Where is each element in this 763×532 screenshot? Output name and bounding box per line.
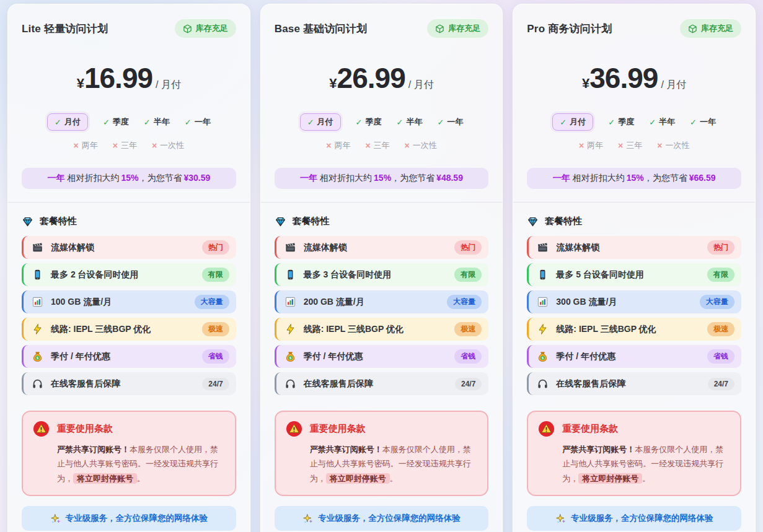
discount-text: ，为您节省	[138, 173, 182, 183]
currency-symbol: ¥	[582, 76, 589, 91]
period-option-one-time-disabled: × 一次性	[152, 140, 184, 151]
headphones-icon	[32, 378, 43, 390]
feature-row-devices: 最多 3 台设备同时使用 有限	[275, 263, 489, 286]
feature-label: 300 GB 流量/月	[556, 297, 692, 308]
lightning-icon	[284, 323, 296, 335]
alert-triangle-icon	[286, 421, 302, 437]
period-option-yearly[interactable]: ✓ 一年	[185, 116, 211, 128]
period-option-monthly-selected[interactable]: ✓ 月付	[300, 113, 341, 131]
lightning-icon	[537, 323, 549, 335]
feature-label: 流媒体解锁	[304, 242, 448, 253]
feature-row-streaming: 流媒体解锁 热门	[275, 236, 489, 259]
period-label: 三年	[626, 140, 642, 151]
cross-icon: ×	[152, 141, 157, 150]
check-icon: ✓	[356, 118, 363, 127]
features-title-label: 套餐特性	[40, 216, 77, 227]
billing-period-options: ✓ 月付 ✓ 季度 ✓ 半年 ✓ 一年 × 两年	[527, 113, 741, 151]
money-bag-icon: $	[32, 351, 43, 362]
currency-symbol: ¥	[329, 76, 337, 91]
terms-warning-box: 重要使用条款 严禁共享订阅账号！本服务仅限个人使用，禁止与他人共享账号密码。一经…	[527, 411, 741, 496]
warning-body: 严禁共享订阅账号！本服务仅限个人使用，禁止与他人共享账号密码。一经发现违规共享行…	[57, 442, 225, 486]
package-cube-icon	[435, 24, 444, 33]
period-label: 半年	[659, 116, 675, 128]
cross-icon: ×	[365, 141, 370, 150]
feature-label: 线路: IEPL 三线BGP 优化	[304, 324, 448, 335]
period-option-half-year[interactable]: ✓ 半年	[144, 116, 170, 128]
plan-title: Pro 商务访问计划	[527, 22, 612, 36]
feature-badge: 极速	[454, 322, 482, 336]
feature-row-route: 线路: IEPL 三线BGP 优化 极速	[527, 318, 741, 341]
feature-row-data: 100 GB 流量/月 大容量	[22, 290, 236, 313]
feature-label: 100 GB 流量/月	[51, 297, 187, 308]
package-cube-icon	[183, 24, 192, 33]
check-icon: ✓	[307, 118, 314, 127]
service-footer-label: 专业级服务，全方位保障您的网络体验	[318, 513, 461, 524]
feature-label: 流媒体解锁	[51, 242, 195, 253]
available-periods-row: ✓ 月付 ✓ 季度 ✓ 半年 ✓ 一年	[275, 113, 489, 131]
cross-icon: ×	[579, 141, 584, 150]
feature-badge: 大容量	[700, 295, 734, 309]
feature-label: 线路: IEPL 三线BGP 优化	[556, 324, 700, 335]
period-label: 一年	[447, 116, 463, 128]
bar-chart-icon	[537, 296, 549, 308]
check-icon: ✓	[560, 118, 567, 127]
alert-triangle-icon	[538, 421, 555, 437]
check-icon: ✓	[103, 118, 110, 127]
service-footer-label: 专业级服务，全方位保障您的网络体验	[66, 513, 208, 524]
alert-triangle-icon	[33, 421, 50, 437]
period-option-monthly-selected[interactable]: ✓ 月付	[552, 113, 593, 131]
plan-title: Lite 轻量访问计划	[22, 22, 108, 36]
feature-row-streaming: 流媒体解锁 热门	[22, 236, 236, 259]
period-label: 一次性	[160, 140, 184, 151]
billing-period-options: ✓ 月付 ✓ 季度 ✓ 半年 ✓ 一年 × 两年	[22, 113, 236, 151]
period-option-half-year[interactable]: ✓ 半年	[649, 116, 675, 128]
feature-row-devices: 最多 2 台设备同时使用 有限	[22, 263, 236, 286]
plan-header: Lite 轻量访问计划 库存充足	[22, 19, 236, 38]
period-option-monthly-selected[interactable]: ✓ 月付	[47, 113, 88, 131]
available-periods-row: ✓ 月付 ✓ 季度 ✓ 半年 ✓ 一年	[22, 113, 236, 131]
warning-highlight: 将立即封停账号	[73, 473, 137, 484]
feature-badge: 极速	[202, 322, 229, 336]
period-option-yearly[interactable]: ✓ 一年	[437, 116, 463, 128]
check-icon: ✓	[396, 118, 403, 127]
price-amount: 16.99	[84, 62, 152, 94]
plan-card: Lite 轻量访问计划 库存充足 ¥16.99/ 月付 ✓ 月付 ✓ 季	[7, 4, 250, 532]
discount-banner: 一年相对折扣大约15%，为您节省¥66.59	[527, 168, 741, 189]
warning-header: 重要使用条款	[538, 421, 730, 437]
features-section-title: 套餐特性	[275, 216, 489, 227]
period-option-quarterly[interactable]: ✓ 季度	[356, 116, 382, 128]
package-cube-icon	[688, 24, 697, 33]
feature-label: 最多 5 台设备同时使用	[556, 269, 700, 281]
feature-label: 在线客服售后保障	[304, 378, 448, 390]
feature-badge: 热门	[202, 240, 229, 255]
period-option-yearly[interactable]: ✓ 一年	[690, 116, 716, 128]
feature-row-discounts: $ 季付 / 年付优惠 省钱	[275, 345, 489, 368]
stock-badge-label: 库存充足	[196, 23, 228, 34]
feature-label: 流媒体解锁	[556, 242, 700, 253]
feature-row-route: 线路: IEPL 三线BGP 优化 极速	[275, 318, 489, 341]
service-footer: 专业级服务，全方位保障您的网络体验	[22, 506, 236, 531]
stock-badge: 库存充足	[427, 19, 488, 38]
discount-term: 一年	[553, 173, 570, 183]
discount-percent: 15%	[627, 173, 644, 183]
warning-end: 。	[642, 474, 650, 483]
discount-term: 一年	[47, 173, 64, 183]
stock-badge-label: 库存充足	[701, 23, 733, 34]
features-section-title: 套餐特性	[22, 216, 236, 227]
feature-badge: 24/7	[455, 378, 482, 390]
feature-row-data: 300 GB 流量/月 大容量	[527, 290, 741, 313]
period-option-quarterly[interactable]: ✓ 季度	[103, 116, 129, 128]
period-option-quarterly[interactable]: ✓ 季度	[608, 116, 634, 128]
feature-label: 季付 / 年付优惠	[556, 351, 700, 362]
plan-header: Base 基础访问计划 库存充足	[275, 19, 489, 38]
cross-icon: ×	[326, 141, 331, 150]
billing-period-suffix: / 月付	[156, 79, 181, 90]
warning-title: 重要使用条款	[57, 423, 113, 435]
gem-icon	[275, 216, 286, 227]
feature-row-support: 在线客服售后保障 24/7	[275, 372, 489, 395]
features-section-title: 套餐特性	[527, 216, 741, 227]
discount-text: 相对折扣大约	[320, 173, 372, 183]
warning-end: 。	[137, 474, 145, 483]
sparkles-icon	[555, 513, 566, 524]
period-option-half-year[interactable]: ✓ 半年	[396, 116, 422, 128]
